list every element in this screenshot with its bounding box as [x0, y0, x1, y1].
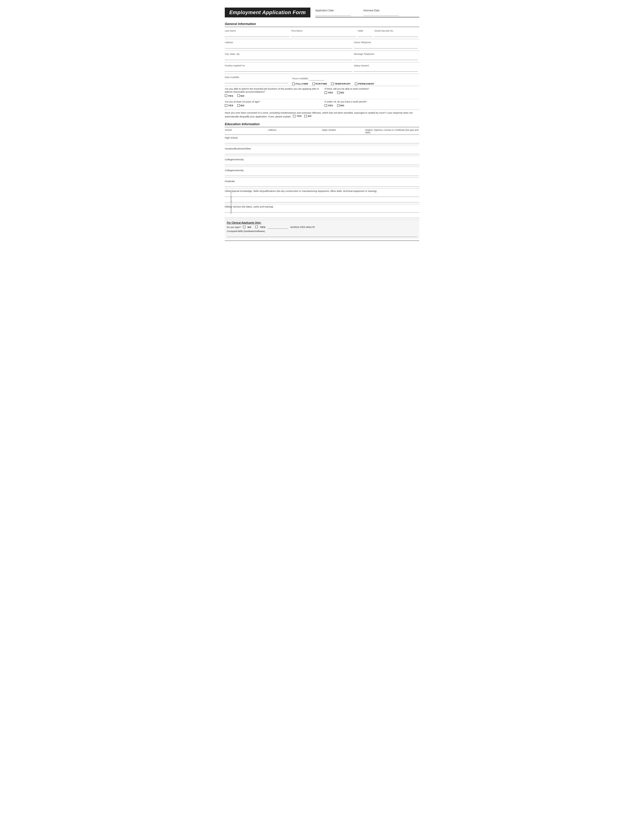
message-telephone-label: Message Telephone — [354, 53, 418, 55]
permit-checkboxes: YES NO — [325, 104, 419, 107]
work-permit-text: If under 18, do you have a work permit? — [325, 100, 419, 103]
crime-yes-label: YES — [296, 114, 302, 117]
parttime-checkbox[interactable] — [312, 82, 315, 85]
ssn-input[interactable] — [374, 32, 418, 37]
temporary-checkbox[interactable] — [331, 82, 333, 85]
fulltime-checkbox-item[interactable]: FULLTIME — [292, 82, 308, 85]
edu-high-school: High School — [225, 135, 419, 143]
date-available-label: Date Available — [225, 76, 288, 79]
permit-no-item[interactable]: NO — [337, 104, 344, 107]
college1-line[interactable] — [225, 161, 419, 165]
salary-label: Salary Desired — [354, 64, 418, 67]
permit-yes-item[interactable]: YES — [325, 104, 333, 107]
temporary-checkbox-item[interactable]: TEMPORARY — [331, 82, 351, 85]
interview-date-input[interactable] — [364, 12, 399, 16]
essential-no-item[interactable]: NO — [237, 95, 245, 97]
parttime-checkbox-item[interactable]: PARTIME — [312, 82, 327, 85]
college2-label: College/university — [225, 169, 419, 172]
type-question: Do you type? — [227, 226, 241, 228]
application-date-input[interactable] — [316, 12, 351, 16]
permit-no-checkbox[interactable] — [337, 104, 340, 107]
high-school-line[interactable] — [225, 139, 419, 143]
permit-yes-label: YES — [328, 104, 333, 107]
crime-section: Have you ever been convicted of a crime,… — [225, 109, 419, 119]
overtime-yes-item[interactable]: YES — [325, 91, 333, 94]
message-telephone-input[interactable] — [354, 56, 418, 60]
graduate-label: Graduate — [225, 180, 419, 182]
question-row-2: Are you at least 18 years of age? YES NO… — [225, 99, 419, 108]
age-18-col: Are you at least 18 years of age? YES NO — [225, 100, 319, 108]
special-knowledge-section: Other Special Knowledge, Skills otQualif… — [225, 190, 419, 203]
type-yes-checkbox[interactable] — [255, 226, 258, 228]
last-name-input[interactable] — [225, 32, 290, 37]
overtime-checkboxes: YES NO — [325, 91, 419, 94]
military-line2[interactable] — [225, 214, 419, 218]
general-divider — [225, 27, 419, 27]
home-telephone-label: Home Telephone — [354, 41, 418, 43]
address-input[interactable] — [225, 44, 352, 48]
hours-available-input[interactable] — [309, 77, 324, 80]
message-telephone-field: Message Telephone — [354, 52, 419, 61]
side-label: Employment Application 1120 — [230, 187, 232, 217]
first-name-field: First Name — [291, 29, 357, 37]
age-no-item[interactable]: NO — [237, 104, 245, 107]
city-label: City, State, Zip — [225, 53, 352, 55]
edu-college-2: College/university — [225, 168, 419, 176]
essential-functions-text: Are you able to peform the essential job… — [225, 87, 319, 94]
city-input[interactable] — [225, 56, 352, 60]
age-no-checkbox[interactable] — [237, 104, 240, 107]
permanent-label: PERMANENT — [358, 82, 375, 85]
clerical-title: For Clerical Applicants Only: — [227, 221, 417, 224]
hours-row: Date Available Hours Available FULLTIME … — [225, 75, 419, 86]
edu-table-header: School Address Major Studies Degree, Dip… — [225, 129, 419, 135]
essential-yes-label: YES — [228, 95, 233, 97]
home-telephone-input[interactable] — [354, 44, 418, 48]
first-name-input[interactable] — [291, 32, 356, 37]
college1-label: College/university — [225, 158, 419, 161]
questions-section: Are you able to peform the essential job… — [225, 86, 419, 109]
overtime-yes-checkbox[interactable] — [325, 92, 327, 94]
edu-col-address-header: Address — [268, 129, 322, 134]
permanent-checkbox-item[interactable]: PERMANENT — [355, 82, 375, 85]
edu-col-school-header: School — [225, 129, 268, 134]
overtime-no-item[interactable]: NO — [337, 91, 344, 94]
age-yes-checkbox[interactable] — [225, 104, 227, 107]
initial-input[interactable] — [357, 32, 373, 37]
graduate-line[interactable] — [225, 183, 419, 187]
wpm-input[interactable] — [268, 225, 288, 229]
salary-input[interactable] — [354, 67, 418, 72]
type-no-label: NO — [248, 226, 251, 228]
permit-yes-checkbox[interactable] — [325, 104, 327, 107]
date-available-field: Date Available — [225, 75, 290, 84]
essential-yes-checkbox[interactable] — [225, 95, 227, 97]
edu-div1 — [225, 145, 419, 145]
military-line1[interactable] — [225, 209, 419, 212]
essential-yes-item[interactable]: YES — [225, 95, 233, 97]
crime-yes-checkbox[interactable] — [293, 115, 295, 117]
essential-functions-col: Are you able to peform the essential job… — [225, 87, 319, 98]
special-knowledge-line2[interactable] — [225, 198, 419, 203]
permanent-checkbox[interactable] — [355, 82, 357, 85]
crime-no-checkbox[interactable] — [304, 115, 307, 117]
schedule-checkboxes: FULLTIME PARTIME TEMPORARY PERMANENT — [292, 82, 419, 85]
position-input[interactable] — [225, 67, 352, 72]
temporary-label: TEMPORARY — [334, 82, 351, 85]
interview-date-field: Interview Date — [364, 9, 401, 16]
type-no-checkbox[interactable] — [243, 226, 245, 228]
age-yes-item[interactable]: YES — [225, 104, 233, 107]
crime-no-label: NO — [308, 114, 312, 117]
date-available-input[interactable] — [225, 79, 288, 83]
edu-div2 — [225, 156, 419, 156]
clerical-section: For Clerical Applicants Only: Do you typ… — [225, 220, 419, 238]
special-knowledge-line1[interactable] — [225, 193, 419, 197]
overtime-no-checkbox[interactable] — [337, 92, 340, 94]
ssn-field: Social Security No. — [374, 29, 419, 37]
college2-line[interactable] — [225, 172, 419, 176]
computer-skills-input[interactable] — [227, 233, 417, 237]
essential-no-checkbox[interactable] — [237, 95, 240, 97]
fulltime-checkbox[interactable] — [292, 82, 295, 85]
vocation-line[interactable] — [225, 150, 419, 154]
age-yes-label: YES — [228, 104, 233, 107]
divider1 — [225, 39, 419, 39]
last-name-field: Last Name — [225, 29, 291, 37]
